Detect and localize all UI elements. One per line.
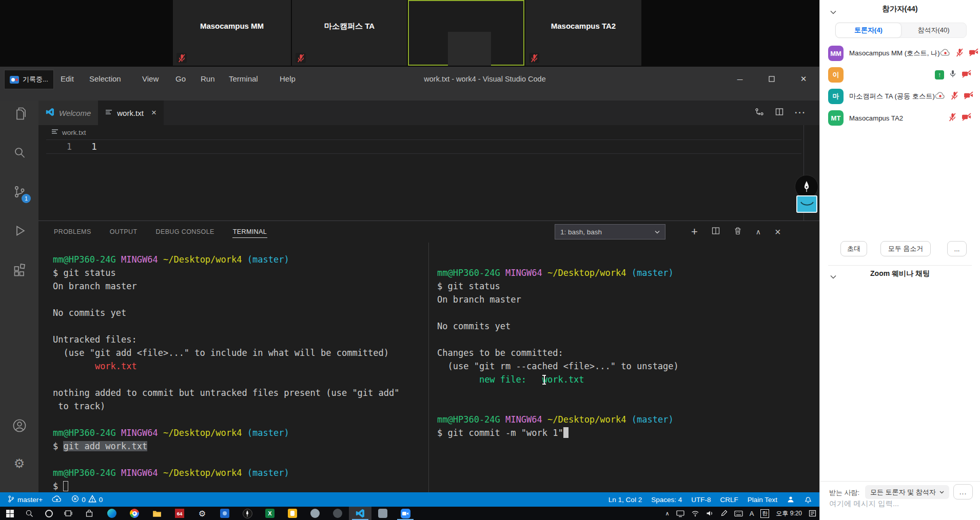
menu-selection[interactable]: Selection [89,67,121,91]
terminal-pane-right[interactable]: mm@HP360-24G MINGW64 ~/Desktop/work4 (ma… [437,243,815,492]
editor[interactable]: 1 1 [38,139,819,221]
taskbar-store-icon[interactable] [78,507,101,520]
vscode-logo-icon [46,108,54,118]
participant-row[interactable]: 이↑ [820,65,980,85]
status-spaces[interactable]: Spaces: 4 [651,496,682,504]
more-button[interactable]: ... [947,241,967,256]
taskbar-app-blue-icon[interactable] [213,507,236,520]
activity-explorer[interactable] [0,101,38,127]
more-actions-icon[interactable]: ··· [795,108,806,117]
taskbar-app-gray-icon[interactable] [304,507,326,520]
taskbar-chrome-icon[interactable] [123,507,146,520]
invite-button[interactable]: 초대 [840,241,867,256]
chat-recipient-value: 모든 토론자 및 참석자 [870,488,936,497]
split-terminal-icon[interactable] [712,227,720,237]
menu-help[interactable]: Help [280,67,296,91]
menu-edit[interactable]: Edit [61,67,74,91]
participant-row[interactable]: MTMasocampus TA2 [820,108,980,128]
taskbar-app-dark-icon[interactable] [326,507,349,520]
tray-notifications-icon[interactable] [809,510,816,517]
close-panel-icon[interactable]: × [775,226,781,238]
chat-more-button[interactable]: ... [953,484,973,499]
tray-tray-expand-icon[interactable]: ∧ [665,510,670,517]
participant-status-icons [940,48,979,59]
activity-run-debug[interactable] [0,217,38,244]
bell-icon[interactable] [804,495,812,504]
participant-row[interactable]: 마마소캠퍼스 TA (공동 호스트) [820,86,980,107]
close-button[interactable]: ✕ [788,67,819,91]
status-publish[interactable] [52,495,62,505]
tab-welcome[interactable]: Welcome [38,101,98,125]
chat-message-input[interactable] [829,499,963,508]
status-problems[interactable]: 0 0 [71,495,103,504]
chat-recipient-dropdown[interactable]: 모든 토론자 및 참석자 [865,485,949,499]
open-changes-icon[interactable] [755,108,764,118]
participants-tab-attendees[interactable]: 참석자(40) [901,23,966,37]
panel-tab-output[interactable]: OUTPUT [109,226,138,237]
taskbar-epic-pen-icon[interactable] [236,507,259,520]
epic-pen-toolbar-button[interactable] [796,195,817,213]
status-plain[interactable]: Plain Text [748,496,777,504]
menu-view[interactable]: View [142,67,159,91]
tab-work-txt[interactable]: work.txt× [98,101,164,125]
taskbar-task-view-icon[interactable] [58,507,78,520]
tray-lang-icon[interactable]: A [750,510,754,517]
taskbar-cortana-icon[interactable] [39,507,58,520]
video-tile[interactable] [408,0,524,66]
taskbar-excel-icon[interactable]: X [259,507,281,520]
panel-tab-terminal[interactable]: TERMINAL [232,226,267,238]
terminal-line: mm@HP360-24G MINGW64 ~/Desktop/work4 (ma… [53,426,415,439]
video-tile[interactable]: Masocampus MM [173,0,291,66]
activity-search[interactable] [0,139,38,166]
menu-go[interactable]: Go [175,67,186,91]
activity-account[interactable] [0,412,38,439]
taskbar-file-explorer-icon[interactable] [146,507,168,520]
close-tab-icon[interactable]: × [151,108,156,118]
mute-all-button[interactable]: 모두 음소거 [880,241,931,256]
status-utf-8[interactable]: UTF-8 [691,496,711,504]
kill-terminal-icon[interactable] [734,227,742,237]
minimize-button[interactable]: ─ [724,67,756,91]
maximize-panel-icon[interactable]: ∧ [756,227,761,236]
taskbar-zoom-icon[interactable] [394,507,417,520]
terminal-selector-dropdown[interactable]: 1: bash, bash [555,224,665,239]
activity-extensions[interactable] [0,256,38,283]
menu-run[interactable]: Run [201,67,215,91]
taskbar-app-64-icon[interactable]: 64 [168,507,191,520]
tray-ime-icon[interactable]: 한 [760,509,769,518]
maximize-button[interactable] [756,67,788,91]
tray-volume-icon[interactable] [706,510,714,517]
status-crlf[interactable]: CRLF [720,496,738,504]
participants-tab-panelists[interactable]: 토론자(4) [836,23,901,37]
taskbar-start-icon[interactable] [0,507,19,520]
tray-touch-keyboard-icon[interactable] [734,510,743,517]
taskbar-app-gray-2-icon[interactable] [371,507,394,520]
panel-tab-debug-console[interactable]: DEBUG CONSOLE [155,226,214,237]
taskbar-edge-icon[interactable] [101,507,123,520]
tray-wifi-icon[interactable] [691,510,699,517]
taskbar-search-icon[interactable] [19,507,39,520]
terminal-split-divider[interactable] [428,243,429,492]
feedback-icon[interactable] [787,495,795,504]
video-tile[interactable]: 마소캠퍼스 TA [292,0,407,66]
status-ln[interactable]: Ln 1, Col 2 [609,496,642,504]
tray-display-icon[interactable] [676,510,684,517]
split-editor-icon[interactable] [775,108,783,118]
participant-row[interactable]: MMMasocampus MM (호스트, 나) [820,43,980,64]
breadcrumb[interactable]: work.txt [38,125,819,139]
menu-terminal[interactable]: Terminal [229,67,258,91]
tray-pen-icon[interactable] [720,510,728,517]
activity-settings[interactable]: ⚙ [0,450,38,477]
terminal-area: mm@HP360-24G MINGW64 ~/Desktop/work4 (ma… [38,243,819,492]
taskbar-app-yellow-icon[interactable] [281,507,304,520]
status-branch[interactable]: master+ [7,495,43,505]
current-line-highlight [46,139,801,154]
terminal-pane-left[interactable]: mm@HP360-24G MINGW64 ~/Desktop/work4 (ma… [53,243,415,492]
panel-tab-problems[interactable]: PROBLEMS [53,226,92,237]
new-terminal-icon[interactable]: + [691,225,698,238]
video-tile[interactable]: Masocampus TA2 [525,0,641,66]
taskbar-settings-icon[interactable]: ⚙ [191,507,213,520]
activity-source-control[interactable]: 1 [0,178,38,205]
taskbar-vscode-icon[interactable] [349,507,371,520]
tray-clock-icon[interactable]: 오후 9:20 [776,509,802,518]
